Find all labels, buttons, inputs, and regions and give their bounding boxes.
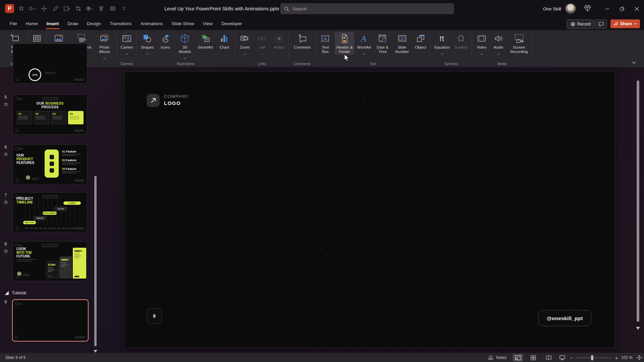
tab-home[interactable]: Home (21, 17, 42, 30)
section-tutorial[interactable]: Tutorial (5, 290, 26, 295)
equation-button[interactable]: π Equation (433, 32, 450, 53)
record-button[interactable]: Record (567, 19, 594, 29)
video-icon (476, 33, 487, 45)
cameo-button[interactable]: P Cameo (119, 32, 135, 53)
date-time-button[interactable]: Date & Time (374, 32, 391, 55)
smartart-button[interactable]: SmartArt (197, 32, 214, 50)
titlebar-right: One Skill (543, 0, 644, 17)
sidebar-scrollbar-thumb[interactable] (94, 176, 97, 346)
normal-view-button[interactable] (513, 354, 523, 362)
chart-button[interactable]: Chart (217, 32, 232, 50)
canvas-scrollbar-thumb[interactable] (637, 80, 639, 322)
zoom-slider-handle[interactable] (591, 355, 593, 360)
slide-thumbnail-4-partial[interactable]: 27% (13, 44, 87, 83)
logo-line-1: COMPANY. (164, 94, 190, 99)
icons-button[interactable]: Icons (158, 32, 173, 50)
dropdown-chevron-icon (261, 50, 263, 52)
fit-slide-icon (637, 355, 642, 360)
tab-file[interactable]: File (5, 17, 21, 30)
table-icon (32, 33, 42, 45)
powerpoint-window: P Level Up Your PowerPoint Skills with A… (0, 0, 644, 362)
video-button[interactable]: Video (474, 32, 489, 53)
zoom-button[interactable]: Zoom (237, 32, 253, 53)
slide-canvas[interactable]: COMPANY. LOGO 9 @oneskill_ppt (125, 72, 615, 348)
slide-number-button[interactable]: # Slide Number (393, 32, 411, 55)
text-box-button[interactable]: A Text Box (318, 32, 333, 55)
animation-star-icon[interactable] (4, 102, 8, 108)
svg-text:A: A (360, 34, 366, 44)
screenshot-icon (76, 33, 87, 45)
notes-button[interactable]: Notes (486, 354, 508, 362)
screen-recording-button[interactable]: Screen Recording (508, 32, 531, 55)
crop-icon[interactable] (74, 4, 82, 13)
group-comments: Comment Comments (289, 30, 315, 67)
distribute-objects-icon[interactable] (109, 4, 116, 13)
slide-page-number[interactable]: 9 (147, 308, 162, 324)
titlebar: P Level Up Your PowerPoint Skills with A… (0, 0, 644, 17)
action-button: Action (271, 32, 287, 50)
slide-thumbnail-9-selected[interactable] (12, 299, 89, 342)
close-button[interactable] (629, 0, 644, 17)
slide-thumbnail-5[interactable]: OUR BUSINESS PROCESS 01 02 03 04 (13, 95, 87, 134)
zoom-slider-track[interactable] (576, 358, 612, 358)
3d-models-button[interactable]: 3D Models (176, 32, 194, 57)
collapse-ribbon-icon[interactable] (632, 59, 636, 65)
animation-star-icon[interactable] (4, 152, 8, 158)
slide-number-label: 8 (4, 241, 7, 246)
photo-album-button[interactable]: Photo Album (96, 32, 113, 57)
slide-thumbnail-6[interactable]: OUR PRODUCT FEATURES 01 Feature 02 Featu… (13, 144, 87, 184)
share-button[interactable]: Share (610, 19, 640, 28)
animation-star-icon[interactable] (4, 200, 8, 206)
tab-animations[interactable]: Animations (136, 17, 167, 30)
user-name[interactable]: One Skill (543, 6, 561, 11)
align-objects-icon[interactable] (97, 4, 105, 13)
reading-view-button[interactable] (543, 354, 554, 362)
tab-transitions[interactable]: Transitions (105, 17, 136, 30)
share-chevron-icon (634, 23, 637, 25)
section-collapse-icon[interactable] (5, 291, 9, 295)
audio-button[interactable]: Audio (491, 32, 506, 53)
user-avatar[interactable] (565, 3, 576, 14)
object-icon (415, 33, 426, 45)
comments-button[interactable] (595, 19, 607, 29)
slide-thumbnail-7[interactable]: PROJECT TIMELINE ANALYTICS CONCEPT DEVEL… (13, 192, 87, 232)
minimize-button[interactable] (600, 0, 614, 17)
move-object-icon[interactable] (40, 4, 48, 13)
tab-slide-show[interactable]: Slide Show (167, 17, 199, 30)
zoom-out-button[interactable]: − (568, 353, 575, 362)
add-animation-icon[interactable] (29, 4, 36, 13)
zoom-in-button[interactable]: + (613, 353, 620, 362)
zoom-level[interactable]: 102 % (621, 353, 633, 362)
company-logo-group[interactable]: COMPANY. LOGO (147, 94, 190, 107)
tab-view[interactable]: View (199, 17, 217, 30)
tab-insert[interactable]: Insert (42, 17, 63, 30)
slide-indicator[interactable]: Slide 9 of 9 (5, 353, 25, 362)
canvas-scroll-down-icon[interactable] (636, 325, 640, 331)
search-input[interactable] (292, 6, 441, 12)
shape-fill-icon[interactable] (86, 4, 93, 13)
premium-gem-icon[interactable] (584, 5, 591, 13)
restore-button[interactable] (614, 0, 629, 17)
animation-star-icon[interactable] (4, 249, 8, 255)
fit-slide-to-window-button[interactable] (635, 354, 643, 362)
draw-pen-icon[interactable] (52, 4, 59, 13)
shapes-button[interactable]: Shapes (140, 32, 155, 53)
qat-overflow-icon[interactable] (120, 4, 127, 13)
preview-animation-icon[interactable] (17, 4, 25, 13)
powerpoint-logo-icon[interactable]: P (5, 4, 14, 13)
tab-developer[interactable]: Developer (217, 17, 247, 30)
slide-number-icon: # (397, 33, 408, 45)
slideshow-button[interactable] (557, 354, 568, 362)
comment-button[interactable]: Comment (293, 32, 312, 50)
tab-draw[interactable]: Draw (63, 17, 83, 30)
slide-sorter-button[interactable] (528, 354, 539, 362)
wordart-button[interactable]: A WordArt (356, 32, 372, 53)
slide-thumbnail-8[interactable]: LOOK INTO THE FUTURE 97M+ SALES GROWTH R… (13, 241, 87, 281)
slide-layout-icon[interactable] (63, 4, 70, 13)
header-footer-button[interactable]: Header & Footer (335, 32, 354, 55)
svg-text:P: P (125, 37, 126, 39)
search-bar[interactable] (280, 3, 454, 14)
object-button[interactable]: Object (413, 32, 428, 50)
social-handle-badge[interactable]: @oneskill_ppt (538, 310, 591, 326)
tab-design[interactable]: Design (83, 17, 105, 30)
